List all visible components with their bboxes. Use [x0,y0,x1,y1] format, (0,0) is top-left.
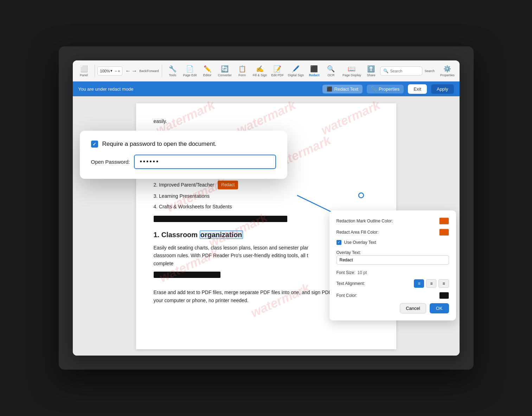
fill-color-swatch[interactable] [439,229,449,236]
fill-sign-icon: ✍️ [256,65,264,73]
alignment-label: Text Alignment: [336,281,412,286]
redact-mode-bar: You are under redact mode ⬛ Redact Text … [73,82,460,96]
page-display-icon: 📖 [348,65,355,73]
zoom-minus-icon[interactable]: − [115,69,117,73]
list-item-2: 2. Improved Parent/Teacher Redact [154,181,379,189]
page-display-button[interactable]: 📖 Page Display [341,64,362,78]
use-overlay-checkbox[interactable] [336,240,341,245]
search-input[interactable] [390,69,418,73]
list-item-3: 3. Learning Presentations [154,192,379,200]
toolbar: ⬜ Panel 100% ▾ − + ← → Back/Forward [73,60,460,82]
editor-icon: ✏️ [204,65,211,73]
highlight-organization: organization [200,230,243,239]
overlay-text-checkbox-row: Use Overlay Text [336,240,449,245]
overlay-text-input[interactable] [336,255,449,265]
fill-sign-label: Fill & Sign [253,73,267,77]
forward-icon[interactable]: → [132,68,137,74]
ocr-button[interactable]: 🔍 OCR [323,64,339,78]
redact-button[interactable]: ⬛ Redact [306,64,322,78]
ok-button[interactable]: OK [430,303,449,313]
panel-button[interactable]: ⬜ Panel [76,64,92,78]
app-window: ⬜ Panel 100% ▾ − + ← → Back/Forward [73,60,460,356]
page-edit-icon: 📄 [186,65,194,73]
redact-text-button[interactable]: ⬛ Redact Text [322,85,363,93]
cancel-label: Cancel [406,306,420,311]
back-icon[interactable]: ← [125,68,131,74]
edit-pdf-button[interactable]: 📝 Edit PDF [270,64,286,78]
edit-pdf-label: Edit PDF [271,73,284,77]
digital-sign-icon: 🖊️ [292,65,300,73]
converter-label: Converter [218,73,232,77]
form-label: Form [238,73,246,77]
list-text-2: 2. Improved Parent/Teacher [154,181,214,189]
font-color-row: Font Color: [336,292,449,299]
require-password-label: Require a password to open the document. [102,141,217,148]
share-button[interactable]: ⬆️ Share [363,64,379,78]
page-edit-button[interactable]: 📄 Page Edit [182,64,198,78]
redact-text-label: Redact Text [334,86,358,92]
redact-label: Redact [309,73,319,77]
align-center-button[interactable]: ≡ [426,279,436,288]
password-checkbox-row: Require a password to open the document. [91,141,276,148]
fill-color-row: Redact Area Fill Color: [336,229,449,236]
properties-button[interactable]: ⚙️ Properties [439,64,456,78]
open-password-input[interactable] [134,155,276,169]
fill-sign-button[interactable]: ✍️ Fill & Sign [251,64,268,78]
fill-color-label: Redact Area Fill Color: [336,230,436,235]
apply-label: Apply [437,86,448,92]
panel-icon: ⬜ [80,65,88,73]
doc-para-1: easily. [154,117,379,125]
converter-icon: 🔄 [221,65,229,73]
form-button[interactable]: 📋 Form [235,64,250,78]
overlay-text-label: Overlay Text: [336,250,361,255]
password-dialog: Require a password to open the document.… [80,131,287,179]
edit-pdf-icon: 📝 [274,65,281,73]
font-color-swatch[interactable] [439,292,449,299]
search-icon: 🔍 [383,69,389,73]
zoom-plus-icon[interactable]: + [118,69,120,73]
exit-button[interactable]: Exit [408,84,427,94]
form-icon: 📋 [238,65,246,73]
align-left-button[interactable]: ≡ [414,279,424,288]
font-color-label: Font Color: [336,293,436,298]
ocr-icon: 🔍 [327,65,335,73]
toolbar-divider-1 [95,65,95,77]
panel-label: Panel [80,73,88,77]
zoom-value: 100% [100,69,110,73]
align-right-button[interactable]: ≡ [438,279,449,288]
redact-properties-panel: Redaction Mark Outline Color: Redact Are… [329,210,456,320]
properties-buttons: Cancel OK [336,303,449,313]
outline-color-label: Redaction Mark Outline Color: [336,219,436,223]
cancel-button[interactable]: Cancel [400,303,426,313]
redact-text-icon: ⬛ [327,86,332,92]
require-password-checkbox[interactable] [91,141,98,148]
converter-button[interactable]: 🔄 Converter [217,64,233,78]
screen-wrapper: ⬜ Panel 100% ▾ − + ← → Back/Forward [59,46,474,370]
zoom-control[interactable]: 100% ▾ − + [97,66,122,76]
redact-highlight-label: Redact [218,181,238,189]
list-item-4: 4. Crafts & Worksheets for Students [154,203,379,210]
editor-button[interactable]: ✏️ Editor [200,64,215,78]
outline-color-swatch[interactable] [439,217,449,225]
nav-label: Back/Forward [139,69,159,73]
ocr-label: OCR [327,73,334,77]
digital-sign-button[interactable]: 🖊️ Digital Sign [287,64,305,78]
redact-mode-message: You are under redact mode [78,86,318,92]
toolbar-divider-2 [162,65,162,77]
overlay-text-section: Overlay Text: [336,249,449,268]
redacted-block-2 [154,272,220,278]
open-password-label: Open Password: [91,159,130,165]
apply-button[interactable]: Apply [431,84,454,94]
page-edit-label: Page Edit [183,73,197,77]
font-size-row: Font Size: 10 pt [336,270,449,275]
use-overlay-label: Use Overlay Text [344,240,376,245]
redact-properties-button[interactable]: 📎 Properties [367,85,404,93]
search-box[interactable]: 🔍 [380,66,422,76]
redact-props-label: Properties [379,86,399,92]
list-text-4: 4. Crafts & Worksheets for Students [154,203,232,210]
search-label: Search [424,69,435,73]
redact-props-icon: 📎 [371,86,377,92]
password-field-row: Open Password: [91,155,276,169]
tools-button[interactable]: 🔧 Tools [165,64,180,78]
properties-icon: ⚙️ [443,65,451,73]
